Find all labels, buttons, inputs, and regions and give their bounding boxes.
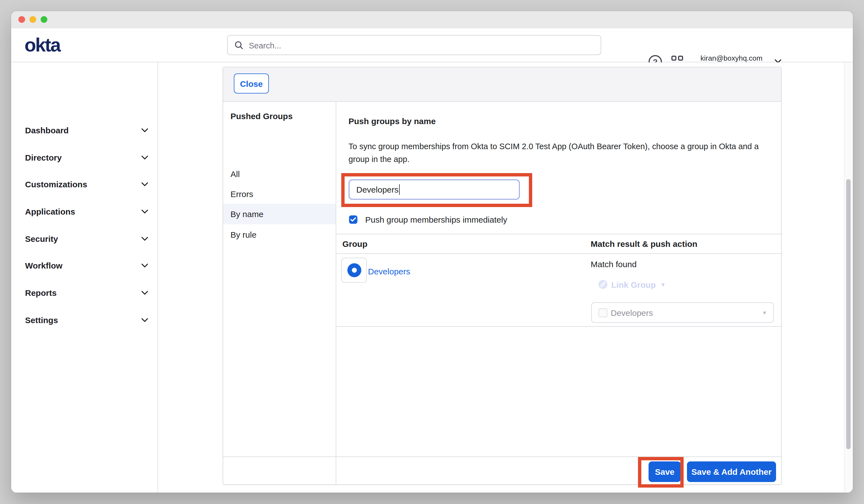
chevron-down-icon [141,182,148,186]
app-group-value: Developers [611,308,653,317]
link-group-caret-icon: ▼ [660,281,666,287]
window-zoom-icon[interactable] [41,16,47,23]
panel-toolbar: Close [223,67,781,102]
sidebar-item-label: Customizations [25,180,87,189]
window-minimize-icon[interactable] [29,16,36,23]
sidebar-item-label: Directory [25,153,62,162]
select-caret-icon: ▾ [763,309,766,316]
subnav-item-all[interactable]: All [223,164,336,184]
sidebar: Dashboard Directory Customizations Appli… [11,62,158,493]
column-header-group: Group [343,239,368,249]
sidebar-item-applications[interactable]: Applications [11,198,158,225]
app-group-placeholder-icon [598,308,607,317]
chevron-down-icon [141,128,148,132]
content-area: Dashboard Directory Customizations Appli… [11,62,853,493]
match-status: Match found [591,260,637,269]
sidebar-item-customizations[interactable]: Customizations [11,171,158,197]
chevron-down-icon [141,237,148,241]
chevron-down-icon [141,291,148,295]
group-name-link[interactable]: Developers [368,267,410,276]
group-name-input[interactable]: Developers [348,179,520,200]
sidebar-item-label: Settings [25,315,58,325]
group-name-input-value: Developers [356,185,399,194]
subnav-item-by-rule[interactable]: By rule [223,224,336,245]
window-close-icon[interactable] [19,16,25,23]
chevron-down-icon [141,209,148,214]
sidebar-item-label: Dashboard [25,125,69,135]
save-add-another-button[interactable]: Save & Add Another [687,461,776,482]
form-description: To sync group memberships from Okta to S… [348,140,761,166]
text-cursor [399,184,400,195]
browser-window: okta ? kiran@boxyhq.com okta-dev-2090126… [11,11,853,493]
match-table-header: Group Match result & push action [336,234,782,254]
link-icon [598,280,607,289]
subnav-title: Pushed Groups [230,111,292,121]
search-icon [235,41,243,49]
save-button[interactable]: Save [649,461,681,482]
close-button[interactable]: Close [234,73,269,94]
form-heading: Push groups by name [348,116,436,126]
push-immediately-checkbox[interactable] [349,215,357,224]
push-immediately-label: Push group memberships immediately [365,215,507,225]
sidebar-item-label: Reports [25,288,57,298]
scrollbar-track[interactable] [844,62,853,493]
global-search[interactable] [227,35,601,55]
checkmark-icon [350,217,356,222]
sidebar-item-settings[interactable]: Settings [11,307,158,333]
sidebar-item-label: Security [25,234,58,243]
link-group-label: Link Group [611,280,656,289]
sidebar-item-workflow[interactable]: Workflow [11,252,158,279]
subnav-item-errors[interactable]: Errors [223,184,336,204]
group-donut-icon [347,263,361,277]
search-input[interactable] [248,36,596,56]
grid-square [678,56,683,61]
window-titlebar [11,11,853,28]
column-header-match: Match result & push action [591,239,697,249]
link-group-dropdown[interactable]: Link Group ▼ [598,279,666,289]
group-avatar [341,258,367,283]
scrollbar-thumb[interactable] [846,179,851,449]
subnav-item-by-name[interactable]: By name [223,204,336,224]
chevron-down-icon [141,156,148,159]
account-email: kiran@boxyhq.com [694,54,769,63]
sidebar-item-reports[interactable]: Reports [11,279,158,306]
sidebar-item-dashboard[interactable]: Dashboard [11,117,158,144]
okta-logo: okta [24,34,60,56]
app-group-select[interactable]: Developers ▾ [591,302,774,323]
panel-footer: Save Save & Add Another [223,456,781,484]
grid-square [671,56,676,61]
screenshot-stage: okta ? kiran@boxyhq.com okta-dev-2090126… [0,0,864,504]
sidebar-item-directory[interactable]: Directory [11,144,158,171]
chevron-down-icon [141,318,148,322]
app-header: okta ? kiran@boxyhq.com okta-dev-2090126… [11,28,853,62]
pushed-groups-subnav: Pushed Groups All Errors By name By rule [223,101,336,484]
sidebar-item-label: Workflow [25,261,62,270]
chevron-down-icon [141,264,148,267]
sidebar-item-security[interactable]: Security [11,225,158,252]
sidebar-item-label: Applications [25,207,75,216]
push-groups-panel: Close Pushed Groups All Errors By name B… [223,67,782,485]
